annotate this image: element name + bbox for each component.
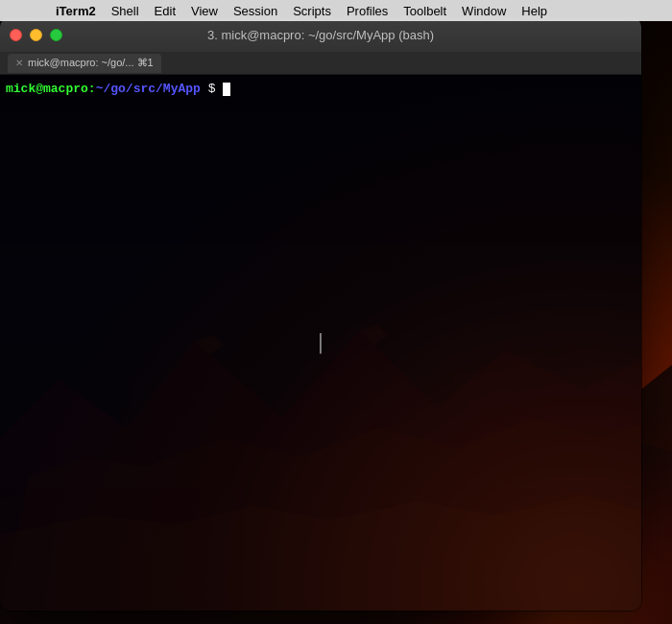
menubar-profiles[interactable]: Profiles [339,0,396,21]
tab-label: mick@macpro: ~/go/... ⌘1 [28,57,154,69]
terminal-window: 3. mick@macpro: ~/go/src/MyApp (bash) ✕ … [0,17,641,611]
minimize-button[interactable] [30,29,42,41]
menubar-iterm2[interactable]: iTerm2 [48,0,104,21]
mouse-cursor: │ [316,333,326,353]
traffic-lights [10,29,62,41]
menubar-scripts[interactable]: Scripts [285,0,339,21]
close-button[interactable] [10,29,22,41]
menubar-window[interactable]: Window [454,0,514,21]
maximize-button[interactable] [50,29,62,41]
tab-close-icon[interactable]: ✕ [15,59,23,68]
terminal-content[interactable]: mick@macpro:~/go/src/MyApp $ │ [0,75,641,611]
terminal-cursor [223,83,230,96]
menubar-shell[interactable]: Shell [104,0,147,21]
terminal-tab[interactable]: ✕ mick@macpro: ~/go/... ⌘1 [8,54,161,73]
menubar-help[interactable]: Help [514,0,555,21]
terminal-prompt-line: mick@macpro:~/go/src/MyApp $ [6,81,230,98]
menubar: iTerm2 Shell Edit View Session Scripts P… [0,0,672,21]
prompt-path: ~/go/src/MyApp [96,82,201,96]
prompt-user: mick@macpro: [6,82,96,96]
menubar-toolbelt[interactable]: Toolbelt [396,0,454,21]
window-title: 3. mick@macpro: ~/go/src/MyApp (bash) [207,28,434,42]
menubar-edit[interactable]: Edit [147,0,183,21]
titlebar: 3. mick@macpro: ~/go/src/MyApp (bash) [0,17,641,52]
tabbar: ✕ mick@macpro: ~/go/... ⌘1 [0,52,641,75]
menubar-view[interactable]: View [183,0,226,21]
menubar-session[interactable]: Session [226,0,285,21]
prompt-dollar: $ [201,82,223,96]
